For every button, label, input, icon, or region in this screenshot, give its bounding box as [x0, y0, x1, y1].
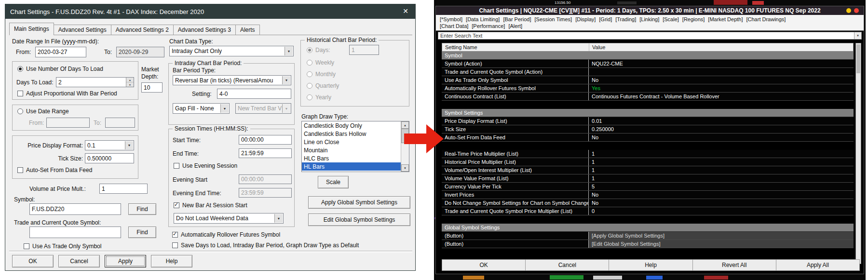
weekend-data-dropdown[interactable]: Do Not Load Weekend Data ▼	[174, 213, 284, 224]
apply-global-symbol-settings-button[interactable]: Apply Global Symbol Settings	[308, 196, 410, 209]
price-display-format-dropdown[interactable]: 0.1 ▼	[85, 140, 134, 150]
setting-value-cell[interactable]: 5	[588, 183, 854, 190]
help-button[interactable]: Help	[609, 259, 692, 271]
trade-symbol-field[interactable]	[29, 227, 121, 238]
market-depth-field[interactable]	[141, 82, 163, 93]
auto-set-checkbox[interactable]: ✓	[17, 167, 23, 173]
setting-value-cell[interactable]: 0	[588, 207, 854, 215]
dropdown-arrow-icon[interactable]: ▼	[220, 104, 229, 113]
list-item[interactable]: Candlestick Body Only	[302, 121, 409, 130]
settings-row[interactable]: Volume/Open Interest Multiplier (List)1	[442, 166, 854, 174]
find-trade-symbol-button[interactable]: Find	[128, 227, 156, 238]
menu-item[interactable]: [Regions]	[682, 16, 708, 23]
tab-main-settings[interactable]: Main Settings	[9, 23, 54, 35]
apply-all-button[interactable]: Apply All	[776, 259, 860, 271]
new-trend-bar-dropdown[interactable]: New Trend Bar V ▼	[235, 103, 291, 114]
help-button[interactable]: Help	[151, 255, 192, 267]
adjust-proportional-checkbox[interactable]: ✓	[17, 91, 23, 96]
modern-dialog-title-bar[interactable]: Chart Settings | NQU22-CME [CV][M] #11 -…	[436, 6, 864, 15]
setting-value-cell[interactable]	[588, 68, 854, 76]
tab-alerts[interactable]: Alerts	[235, 25, 260, 35]
setting-value-cell[interactable]: 1	[588, 150, 854, 158]
settings-row[interactable]: Automatically Rollover Futures SymbolYes	[442, 84, 854, 93]
range-to-field[interactable]	[105, 118, 135, 128]
menu-item[interactable]: [Performance]	[472, 23, 508, 29]
scrollbar-thumb[interactable]	[856, 44, 860, 73]
tab-advanced-settings[interactable]: Advanced Settings	[54, 25, 111, 35]
ok-button[interactable]: OK	[442, 259, 526, 271]
dropdown-arrow-icon[interactable]: ▼	[274, 214, 283, 223]
historical-yearly-radio[interactable]	[307, 94, 312, 100]
setting-value-cell[interactable]: No	[588, 191, 854, 199]
menu-item[interactable]: [Linking]	[639, 16, 663, 23]
minimize-dot-icon[interactable]	[846, 8, 851, 13]
search-input[interactable]	[440, 32, 853, 39]
setting-value-cell[interactable]: No	[588, 133, 854, 141]
historical-quarterly-radio[interactable]	[307, 83, 312, 89]
evening-end-field[interactable]	[239, 188, 292, 198]
list-item[interactable]: Line on Close	[302, 138, 409, 146]
setting-value-cell[interactable]: 0.01	[588, 117, 854, 125]
settings-row[interactable]: Price Display Format (List)0.01	[442, 117, 854, 125]
list-item-selected[interactable]: HL Bars	[302, 162, 409, 171]
list-item[interactable]: Candlestick Bars Hollow	[302, 130, 409, 138]
tick-size-field[interactable]	[85, 153, 134, 163]
setting-value-button-cell[interactable]: [Apply Global Symbol Settings]	[588, 232, 854, 240]
symbol-field[interactable]	[29, 203, 121, 215]
use-date-range-radio[interactable]	[17, 108, 23, 114]
menu-item[interactable]: [Alert]	[508, 23, 526, 29]
dropdown-arrow-icon[interactable]: ▼	[125, 141, 133, 149]
menu-item[interactable]: [*Symbol]	[440, 16, 466, 23]
menu-item[interactable]: [Scale]	[663, 16, 682, 23]
menu-item[interactable]: [Bar Period]	[503, 16, 534, 23]
settings-row[interactable]: Tick Size0.250000	[442, 125, 854, 133]
settings-row[interactable]: Use As Trade Only SymbolNo	[442, 76, 854, 84]
menu-item[interactable]: [Display]	[575, 16, 599, 23]
dropdown-arrow-icon[interactable]: ▼	[282, 104, 290, 113]
menu-item[interactable]: [Chart Drawings]	[746, 16, 789, 23]
cancel-button[interactable]: Cancel	[58, 255, 100, 267]
edit-global-symbol-settings-button[interactable]: Edit Global Symbol Settings	[308, 213, 410, 226]
settings-row[interactable]: Invert PricesNo	[442, 191, 854, 199]
gap-fill-dropdown[interactable]: Gap Fill - None ▼	[173, 103, 230, 114]
historical-days-field[interactable]	[349, 45, 379, 55]
setting-value-button-cell[interactable]: [Edit Global Symbol Settings]	[588, 240, 854, 248]
historical-days-radio[interactable]	[307, 47, 312, 53]
settings-row[interactable]: (Button)[Edit Global Symbol Settings]	[442, 240, 854, 248]
settings-table-scrollbar[interactable]	[855, 43, 861, 264]
tab-advanced-settings-3[interactable]: Advanced Settings 3	[173, 25, 236, 35]
settings-row[interactable]: Auto-Set From Data FeedNo	[442, 133, 854, 142]
volume-mult-field[interactable]	[99, 184, 148, 194]
column-header-setting-name[interactable]: Setting Name	[442, 44, 589, 50]
to-date-field[interactable]	[116, 47, 164, 57]
menu-item[interactable]: [Trading]	[615, 16, 639, 23]
dropdown-arrow-icon[interactable]: ▼	[282, 76, 290, 84]
menu-item[interactable]: [Grid]	[599, 16, 615, 23]
evening-start-field[interactable]	[239, 174, 292, 184]
end-time-field[interactable]	[239, 148, 292, 158]
apply-button[interactable]: Apply	[105, 255, 146, 267]
use-evening-session-checkbox[interactable]: ✓	[174, 163, 179, 169]
column-header-value[interactable]: Value	[589, 43, 853, 51]
historical-weekly-radio[interactable]	[307, 60, 312, 66]
setting-value-cell[interactable]: NQU22-CME	[588, 60, 854, 67]
new-bar-at-session-start-checkbox[interactable]: ✓	[174, 202, 179, 208]
settings-row[interactable]: Real-Time Price Multiplier (List)1	[442, 150, 854, 158]
list-item[interactable]: Mountain	[302, 146, 409, 154]
menu-item[interactable]: [Market Depth]	[708, 16, 746, 23]
setting-value-cell[interactable]: 1	[588, 174, 854, 182]
setting-value-cell[interactable]: 1	[588, 166, 854, 174]
use-number-of-days-radio[interactable]	[17, 66, 23, 72]
setting-value-cell[interactable]: 1	[588, 158, 854, 166]
setting-value-cell[interactable]: No	[588, 199, 854, 207]
settings-row[interactable]: Do Not Change Symbol Settings for Chart …	[442, 199, 854, 207]
save-defaults-checkbox[interactable]: ✓	[172, 242, 178, 248]
scroll-down-icon[interactable]: ▼	[401, 164, 409, 172]
settings-row[interactable]: (Button)[Apply Global Symbol Settings]	[442, 232, 854, 240]
close-dot-icon[interactable]	[854, 8, 859, 13]
settings-row[interactable]: Trade and Current Quote Symbol (Action)	[442, 68, 854, 76]
historical-monthly-radio[interactable]	[307, 71, 312, 77]
setting-field[interactable]	[217, 89, 291, 99]
from-date-field[interactable]	[35, 47, 86, 57]
find-symbol-button[interactable]: Find	[128, 203, 156, 215]
